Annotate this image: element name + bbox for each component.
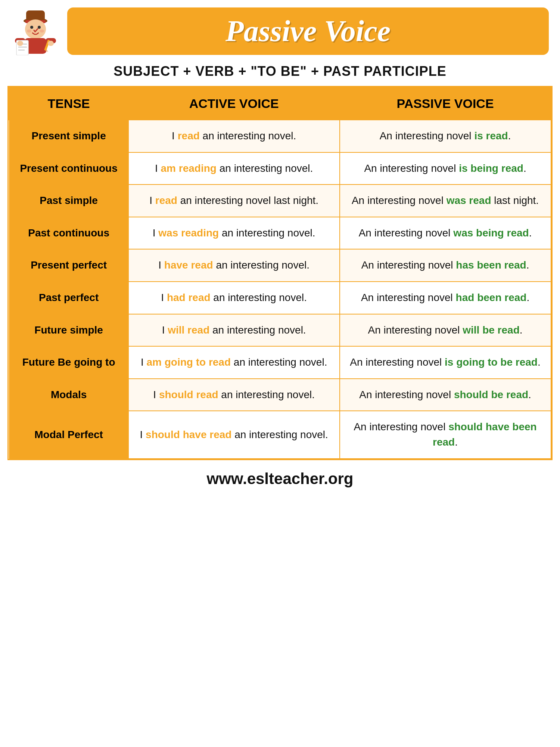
table-row: Present continuousI am reading an intere… xyxy=(9,152,551,185)
active-verb: am going to read xyxy=(146,356,231,368)
passive-cell: An interesting novel should be read. xyxy=(340,379,551,411)
header-area: Passive Voice xyxy=(0,0,560,55)
grammar-table-wrapper: TENSE ACTIVE VOICE PASSIVE VOICE Present… xyxy=(7,86,553,460)
svg-point-18 xyxy=(48,41,54,46)
table-row: Past continuousI was reading an interest… xyxy=(9,217,551,249)
svg-point-6 xyxy=(27,30,31,32)
active-verb: am reading xyxy=(161,162,217,174)
passive-cell: An interesting novel is being read. xyxy=(340,152,551,185)
tense-cell: Future Be going to xyxy=(9,346,128,379)
website-url: www.eslteacher.org xyxy=(207,470,354,487)
table-row: ModalsI should read an interesting novel… xyxy=(9,379,551,411)
table-row: Present perfectI have read an interestin… xyxy=(9,249,551,282)
passive-cell: An interesting novel has been read. xyxy=(340,249,551,282)
col-tense: TENSE xyxy=(9,88,128,120)
tense-cell: Modal Perfect xyxy=(9,411,128,458)
tense-cell: Past perfect xyxy=(9,282,128,314)
tense-cell: Present continuous xyxy=(9,152,128,185)
passive-cell: An interesting novel had been read. xyxy=(340,282,551,314)
passive-cell: An interesting novel will be read. xyxy=(340,314,551,347)
tense-cell: Present perfect xyxy=(9,249,128,282)
passive-verb: had been read xyxy=(456,292,527,303)
active-verb: will read xyxy=(168,324,209,336)
active-cell: I have read an interesting novel. xyxy=(128,249,340,282)
table-row: Modal PerfectI should have read an inter… xyxy=(9,411,551,458)
tense-cell: Past simple xyxy=(9,185,128,217)
table-header-row: TENSE ACTIVE VOICE PASSIVE VOICE xyxy=(9,88,551,120)
passive-verb: is read xyxy=(474,130,508,142)
formula-text: SUBJECT + VERB + "TO BE" + PAST PARTICIP… xyxy=(0,55,560,86)
tense-cell: Future simple xyxy=(9,314,128,347)
active-verb: should have read xyxy=(146,429,231,440)
passive-verb: was read xyxy=(447,195,491,206)
grammar-table: TENSE ACTIVE VOICE PASSIVE VOICE Present… xyxy=(9,87,551,459)
active-cell: I read an interesting novel. xyxy=(128,120,340,152)
tense-cell: Past continuous xyxy=(9,217,128,249)
title-banner: Passive Voice xyxy=(67,7,549,55)
active-verb: read xyxy=(155,195,177,206)
table-row: Future Be going toI am going to read an … xyxy=(9,346,551,379)
passive-cell: An interesting novel was being read. xyxy=(340,217,551,249)
active-verb: read xyxy=(178,130,200,142)
page-title: Passive Voice xyxy=(78,14,538,48)
table-row: Present simpleI read an interesting nove… xyxy=(9,120,551,152)
passive-cell: An interesting novel was read last night… xyxy=(340,185,551,217)
active-cell: I should read an interesting novel. xyxy=(128,379,340,411)
active-cell: I am going to read an interesting novel. xyxy=(128,346,340,379)
svg-point-5 xyxy=(38,26,41,29)
svg-point-17 xyxy=(17,41,23,46)
table-row: Past perfectI had read an interesting no… xyxy=(9,282,551,314)
passive-verb: is being read xyxy=(459,162,523,174)
col-active: ACTIVE VOICE xyxy=(128,88,340,120)
passive-cell: An interesting novel should have been re… xyxy=(340,411,551,458)
footer: www.eslteacher.org xyxy=(0,460,560,495)
active-cell: I was reading an interesting novel. xyxy=(128,217,340,249)
passive-cell: An interesting novel is read. xyxy=(340,120,551,152)
active-verb: was reading xyxy=(158,227,219,239)
active-verb: should read xyxy=(159,389,218,400)
passive-verb: should be read xyxy=(454,389,528,400)
active-cell: I had read an interesting novel. xyxy=(128,282,340,314)
active-cell: I will read an interesting novel. xyxy=(128,314,340,347)
svg-point-7 xyxy=(40,30,44,32)
active-verb: have read xyxy=(164,259,213,271)
col-passive: PASSIVE VOICE xyxy=(340,88,551,120)
tense-cell: Present simple xyxy=(9,120,128,152)
passive-verb: was being read xyxy=(453,227,529,239)
table-row: Past simpleI read an interesting novel l… xyxy=(9,185,551,217)
tense-cell: Modals xyxy=(9,379,128,411)
active-cell: I read an interesting novel last night. xyxy=(128,185,340,217)
active-cell: I am reading an interesting novel. xyxy=(128,152,340,185)
passive-verb: should have been read xyxy=(433,421,537,448)
character-illustration xyxy=(11,7,60,55)
svg-point-3 xyxy=(25,19,46,39)
svg-point-4 xyxy=(30,26,33,29)
passive-cell: An interesting novel is going to be read… xyxy=(340,346,551,379)
passive-verb: will be read xyxy=(463,324,520,336)
table-row: Future simpleI will read an interesting … xyxy=(9,314,551,347)
passive-verb: is going to be read xyxy=(445,356,538,368)
active-verb: had read xyxy=(167,292,211,303)
active-cell: I should have read an interesting novel. xyxy=(128,411,340,458)
passive-verb: has been read xyxy=(456,259,526,271)
